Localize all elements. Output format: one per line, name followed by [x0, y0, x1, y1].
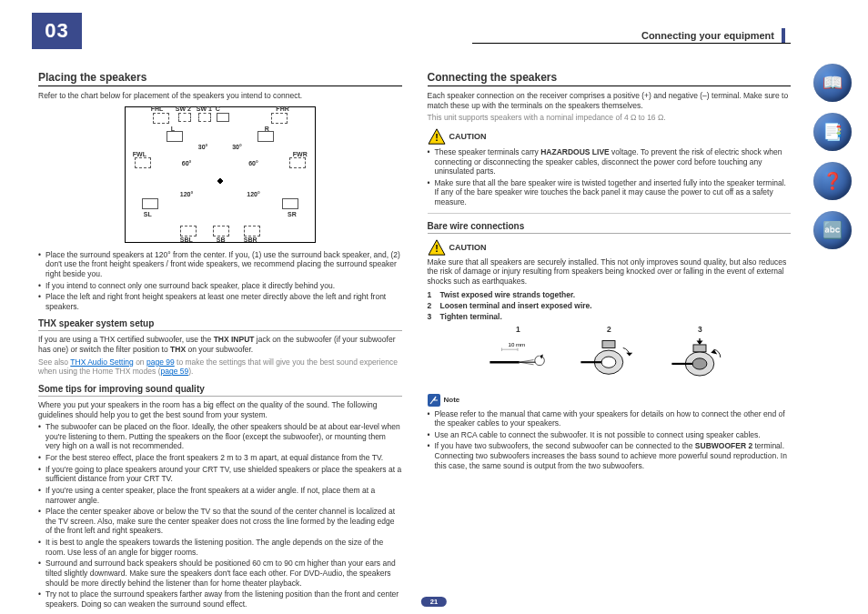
link-page-59[interactable]: page 59 [161, 367, 189, 376]
svg-rect-19 [693, 344, 706, 351]
note-icon [428, 394, 440, 407]
list-item: If you're going to place speakers around… [38, 465, 402, 484]
svg-point-18 [692, 357, 707, 368]
svg-text:!: ! [435, 132, 439, 143]
lbl-sbr: SBR [244, 237, 257, 243]
svg-text:!: ! [435, 243, 439, 254]
caution-label: CAUTION [449, 132, 487, 141]
list-item: For the best stereo effect, place the fr… [38, 453, 402, 463]
caution-label: CAUTION [449, 243, 487, 252]
svg-rect-14 [602, 340, 615, 347]
wire-figure: 1 10 mm 2 [428, 325, 792, 385]
lbl-a30l: 30° [198, 144, 208, 150]
tips-intro: Where you put your speakers in the room … [38, 400, 402, 419]
caution1-bullets: These speaker terminals carry HAZARDOUS … [428, 147, 792, 207]
lbl-sr: SR [288, 211, 297, 217]
page-number: 21 [421, 597, 447, 607]
wire-steps: Twist exposed wire strands together. Loo… [428, 290, 792, 321]
heading-placing: Placing the speakers [38, 71, 402, 86]
list-item: If you have two subwoofers, the second s… [428, 441, 792, 470]
svg-point-13 [601, 357, 616, 367]
link-thx-audio[interactable]: THX Audio Setting [70, 357, 133, 367]
list-item: Please refer to the manual that came wit… [428, 409, 792, 428]
step-1: Twist exposed wire strands together. [428, 290, 792, 299]
book-icon[interactable]: 📖 [813, 64, 852, 102]
header-accent [782, 28, 785, 43]
caution-icon: ! [428, 128, 446, 145]
glossary-icon[interactable]: 📑 [813, 113, 852, 151]
lbl-fwr: FWR [293, 151, 308, 157]
note-label: Note [444, 396, 460, 404]
conn-p2: This unit supports speakers with a nomin… [428, 113, 792, 123]
lbl-sb: SB [217, 237, 226, 243]
divider [428, 213, 792, 214]
placing-intro: Refer to the chart below for placement o… [38, 91, 402, 101]
note-bullets: Please refer to the manual that came wit… [428, 409, 792, 471]
list-item: Place the center speaker above or below … [38, 507, 402, 536]
svg-marker-16 [627, 352, 633, 356]
heading-tips: Some tips for improving sound quality [38, 384, 402, 397]
index-icon[interactable]: 🔤 [813, 211, 852, 249]
lbl-fwl: FWL [133, 151, 146, 157]
lbl-c: C [216, 106, 220, 112]
list-item: If you're using a center speaker, place … [38, 486, 402, 505]
section-header: Connecting your equipment [641, 30, 774, 41]
heading-bare: Bare wire connections [428, 221, 792, 234]
caution2-text: Make sure that all speakers are securely… [428, 257, 792, 287]
svg-marker-22 [697, 340, 703, 344]
right-column: Connecting the speakers Each speaker con… [428, 71, 792, 611]
list-item: It is best to angle the speakers towards… [38, 538, 402, 557]
lbl-l: L [171, 126, 175, 132]
section-header-bar: Connecting your equipment [472, 27, 791, 44]
list-item: Surround and surround back speakers shou… [38, 559, 402, 588]
listener-icon [212, 173, 228, 189]
wire-fig-2: 2 [577, 325, 641, 385]
list-item: If you intend to connect only one surrou… [38, 281, 402, 291]
left-column: Placing the speakers Refer to the chart … [38, 71, 402, 611]
placing-bullets: Place the surround speakers at 120° from… [38, 250, 402, 312]
lbl-a120l: 120° [180, 191, 193, 197]
lbl-sl: SL [144, 211, 152, 217]
lbl-a120r: 120° [247, 191, 259, 197]
lbl-sw2: SW 2 [176, 106, 191, 112]
thx-para-2: See also THX Audio Setting on page 99 to… [38, 357, 402, 377]
list-item: Place the surround speakers at 120° from… [38, 250, 402, 279]
lbl-a30r: 30° [232, 144, 242, 150]
wire-fig-1: 1 10 mm [486, 325, 550, 385]
conn-p1: Each speaker connection on the receiver … [428, 91, 792, 110]
sidebar-nav-icons: 📖 📑 ❓ 🔤 [813, 64, 852, 249]
step-3: Tighten terminal. [428, 312, 792, 321]
wire-fig-3: 3 [668, 325, 732, 385]
caution-icon: ! [428, 239, 446, 256]
heading-connecting: Connecting the speakers [428, 71, 792, 86]
list-item: These speaker terminals carry HAZARDOUS … [428, 147, 792, 176]
lbl-sbl: SBL [180, 237, 193, 243]
list-item: Place the left and right front height sp… [38, 292, 402, 311]
lbl-fhl: FHL [151, 106, 164, 112]
dim-10mm: 10 mm [509, 340, 526, 347]
chapter-number: 03 [32, 13, 82, 49]
speaker-placement-diagram: FHL SW 2 SW 1 C FHR L R FWL FWR 30° 30° … [125, 106, 316, 243]
list-item: Make sure that all the bare speaker wire… [428, 178, 792, 207]
thx-para-1: If you are using a THX certified subwoof… [38, 335, 402, 354]
step-2: Loosen terminal and insert exposed wire. [428, 301, 792, 310]
lbl-a60r: 60° [248, 160, 258, 166]
list-item: Use an RCA cable to connect the subwoofe… [428, 430, 792, 440]
lbl-r: R [265, 126, 269, 132]
list-item: The subwoofer can be placed on the floor… [38, 422, 402, 451]
heading-thx: THX speaker system setup [38, 318, 402, 331]
lbl-fhr: FHR [276, 106, 288, 112]
lbl-sw1: SW 1 [197, 106, 212, 112]
tips-bullets: The subwoofer can be placed on the floor… [38, 422, 402, 609]
list-item: Try not to place the surround speakers f… [38, 589, 402, 609]
help-icon[interactable]: ❓ [813, 162, 852, 200]
link-page-99[interactable]: page 99 [146, 357, 175, 367]
lbl-a60l: 60° [182, 160, 192, 166]
